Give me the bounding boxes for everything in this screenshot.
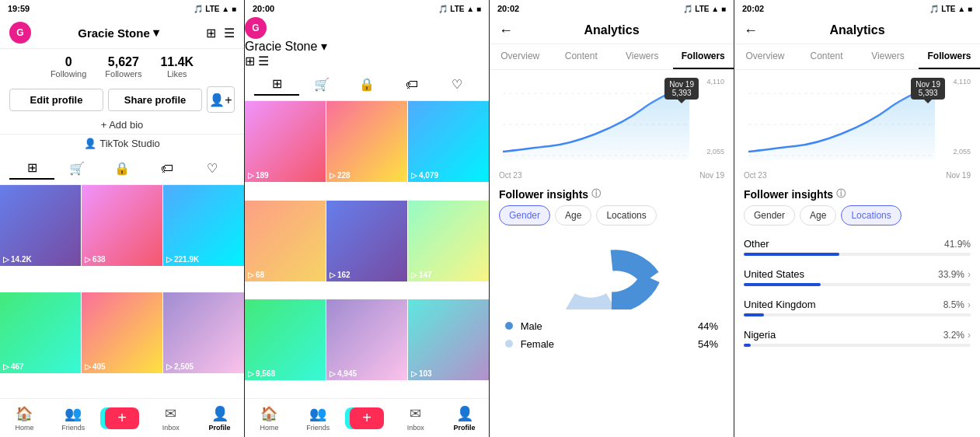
lock-icon[interactable]: 🔒 bbox=[99, 158, 145, 179]
location-us[interactable]: United States 33.9% › bbox=[734, 262, 980, 292]
menu-icon-2[interactable]: ☰ bbox=[258, 54, 269, 68]
video-cell-5[interactable]: ▷ 405 bbox=[82, 292, 162, 373]
nav-plus-1[interactable]: + bbox=[98, 399, 147, 437]
location-other-pct: 41.9% bbox=[944, 239, 971, 250]
time-3: 20:02 bbox=[497, 4, 519, 13]
video-cell-2-4[interactable]: ▷ 68 bbox=[245, 201, 326, 281]
nav-profile-1[interactable]: 👤 Profile bbox=[195, 399, 244, 437]
insights-tab-age-3[interactable]: Age bbox=[555, 205, 591, 225]
insights-tab-locations-3[interactable]: Locations bbox=[596, 205, 656, 225]
plus-button-1[interactable]: + bbox=[105, 407, 139, 429]
video-cell-2-8[interactable]: ▷ 4,945 bbox=[326, 299, 407, 380]
video-cell-2-1[interactable]: ▷ 189 bbox=[245, 101, 326, 182]
nav-inbox-label-1: Inbox bbox=[162, 424, 180, 432]
insights-tab-age-4[interactable]: Age bbox=[800, 205, 836, 225]
back-button-4[interactable]: ← bbox=[744, 23, 758, 39]
status-bar-1: 19:59 🎵 LTE ▲ ■ bbox=[0, 0, 244, 17]
tag-icon-2[interactable]: 🏷 bbox=[389, 75, 434, 95]
profile-top-bar: G Gracie Stone ▾ ⊞ ☰ bbox=[0, 17, 244, 49]
panel-feed: 20:00 🎵 LTE ▲ ■ G Gracie Stone ▾ ⊞ ☰ ⊞ 🛒… bbox=[245, 0, 490, 437]
grid-view-icon[interactable]: ⊞ bbox=[9, 157, 54, 180]
chart-labels-4: Oct 23 Nov 19 bbox=[734, 171, 980, 180]
view-count-1: ▷ 14.2K bbox=[3, 255, 32, 264]
bookmark-icon-2[interactable]: ⊞ bbox=[245, 54, 255, 68]
location-us-bar bbox=[744, 283, 821, 286]
share-profile-button[interactable]: Share profile bbox=[108, 89, 202, 111]
nav-home-1[interactable]: 🏠 Home bbox=[0, 399, 49, 437]
nav-home-label-1: Home bbox=[15, 424, 33, 432]
following-stat[interactable]: 0 Following bbox=[51, 55, 86, 79]
location-nigeria-name: Nigeria bbox=[744, 329, 776, 341]
likes-stat[interactable]: 11.4K Likes bbox=[160, 55, 194, 79]
followers-chart-4: 4,110 2,055 Nov 19 5,393 bbox=[734, 70, 980, 171]
nav-home-2[interactable]: 🏠 Home bbox=[245, 399, 294, 437]
video-cell-2-3[interactable]: ▷ 4,079 bbox=[408, 101, 489, 182]
video-cell-6[interactable]: ▷ 2,505 bbox=[163, 292, 244, 373]
nav-inbox-2[interactable]: ✉ Inbox bbox=[391, 399, 440, 437]
view-count-6: ▷ 2,505 bbox=[166, 362, 194, 371]
video-cell-2[interactable]: ▷ 638 bbox=[82, 185, 162, 266]
video-cell-2-6[interactable]: ▷ 147 bbox=[408, 201, 489, 281]
tab-content-3[interactable]: Content bbox=[551, 44, 612, 69]
cart-icon-2[interactable]: 🛒 bbox=[299, 74, 344, 95]
location-uk[interactable]: United Kingdom 8.5% › bbox=[734, 292, 980, 323]
video-cell-2-2[interactable]: ▷ 228 bbox=[326, 101, 407, 182]
plus-button-2[interactable]: + bbox=[350, 407, 384, 429]
inbox-icon: ✉ bbox=[165, 405, 176, 422]
followers-stat[interactable]: 5,627 Followers bbox=[105, 55, 141, 79]
username-1[interactable]: Gracie Stone ▾ bbox=[78, 26, 159, 40]
nav-inbox-1[interactable]: ✉ Inbox bbox=[146, 399, 195, 437]
bookmark-icon[interactable]: ⊞ bbox=[206, 26, 216, 40]
back-button-3[interactable]: ← bbox=[499, 23, 513, 39]
cart-icon[interactable]: 🛒 bbox=[54, 158, 99, 179]
likes-label: Likes bbox=[160, 69, 194, 79]
following-count: 0 bbox=[51, 55, 86, 69]
grid-view-icon-2[interactable]: ⊞ bbox=[254, 73, 299, 96]
edit-profile-button[interactable]: Edit profile bbox=[9, 89, 103, 111]
video-cell-3[interactable]: ▷ 221.9K bbox=[163, 185, 244, 266]
nav-friends-2[interactable]: 👥 Friends bbox=[294, 399, 343, 437]
video-grid: ▷ 14.2K ▷ 638 ▷ 221.9K ▷ 467 ▷ 405 ▷ 2,5… bbox=[0, 185, 244, 398]
tab-viewers-3[interactable]: Viewers bbox=[612, 44, 673, 69]
content-nav-row-2: ⊞ 🛒 🔒 🏷 ♡ bbox=[245, 68, 489, 101]
tag-icon[interactable]: 🏷 bbox=[145, 159, 190, 179]
nav-profile-2[interactable]: 👤 Profile bbox=[440, 399, 489, 437]
nav-friends-1[interactable]: 👥 Friends bbox=[49, 399, 98, 437]
analytics-tabs-4: Overview Content Viewers Followers bbox=[734, 44, 980, 70]
tab-followers-4[interactable]: Followers bbox=[919, 44, 980, 69]
chevron-down-icon: ▾ bbox=[153, 26, 159, 40]
tab-viewers-4[interactable]: Viewers bbox=[857, 44, 919, 69]
lock-icon-2[interactable]: 🔒 bbox=[344, 74, 389, 95]
video-cell-2-5[interactable]: ▷ 162 bbox=[326, 201, 407, 281]
tab-content-4[interactable]: Content bbox=[796, 44, 857, 69]
video-cell-2-7[interactable]: ▷ 9,568 bbox=[245, 299, 326, 380]
analytics-tabs-3: Overview Content Viewers Followers bbox=[490, 44, 734, 70]
donut-chart-3 bbox=[490, 232, 734, 317]
nav-plus-2[interactable]: + bbox=[343, 399, 392, 437]
menu-icon[interactable]: ☰ bbox=[224, 26, 235, 40]
donut-svg-3 bbox=[549, 239, 674, 309]
tab-overview-3[interactable]: Overview bbox=[490, 44, 551, 69]
status-icons-2: 🎵 LTE ▲ ■ bbox=[438, 5, 481, 13]
location-nigeria[interactable]: Nigeria 3.2% › bbox=[734, 323, 980, 353]
heart-icon[interactable]: ♡ bbox=[190, 158, 235, 179]
add-user-button[interactable]: 👤+ bbox=[207, 86, 235, 113]
chevron-right-icon-us: › bbox=[968, 269, 971, 280]
username-2[interactable]: Gracie Stone ▾ bbox=[245, 39, 489, 54]
gender-legend-3: Male 44% Female 54% bbox=[490, 317, 734, 353]
chart-labels-3: Oct 23 Nov 19 bbox=[490, 171, 734, 180]
location-us-name: United States bbox=[744, 268, 804, 280]
video-cell-4[interactable]: ▷ 467 bbox=[0, 292, 81, 373]
video-cell-2-9[interactable]: ▷ 103 bbox=[408, 299, 489, 380]
heart-icon-2[interactable]: ♡ bbox=[434, 74, 480, 95]
insights-tab-gender-4[interactable]: Gender bbox=[744, 205, 795, 225]
tab-overview-4[interactable]: Overview bbox=[734, 44, 796, 69]
tiktok-studio[interactable]: 👤 TikTok Studio bbox=[0, 134, 244, 152]
follower-insights-label-4: Follower insights ⓘ bbox=[734, 180, 980, 205]
insights-tab-locations-4[interactable]: Locations bbox=[841, 205, 901, 225]
add-bio[interactable]: + Add bio bbox=[0, 117, 244, 134]
chevron-right-icon-uk: › bbox=[968, 299, 971, 310]
tab-followers-3[interactable]: Followers bbox=[673, 44, 734, 69]
video-cell-1[interactable]: ▷ 14.2K bbox=[0, 185, 81, 266]
insights-tab-gender-3[interactable]: Gender bbox=[499, 205, 550, 225]
